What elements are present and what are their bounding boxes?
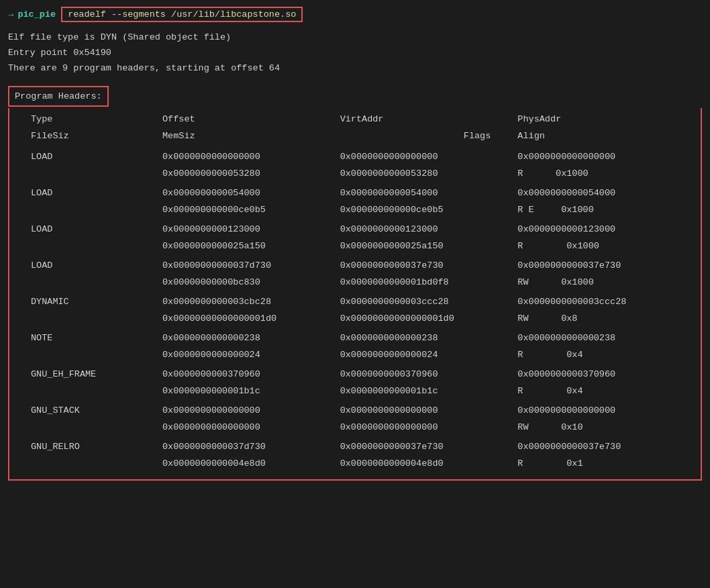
row1-virtaddr: 0x0000000000054000 xyxy=(340,185,518,202)
row3-filesiz: 0x00000000000bc830 xyxy=(162,275,340,291)
info-line-1: Elf file type is DYN (Shared object file… xyxy=(8,30,702,46)
row3-flags-align: RW 0x1000 xyxy=(517,275,695,291)
table-row: LOAD 0x00000000000037d730 0x000000000003… xyxy=(15,258,695,291)
row5-flags-align: R 0x4 xyxy=(517,347,695,364)
row1-physaddr: 0x0000000000054000 xyxy=(517,185,695,202)
row8-type: GNU_RELRO xyxy=(15,439,162,456)
row1-flags-align: R E 0x1000 xyxy=(517,202,695,219)
row3-virtaddr: 0x0000000000037e730 xyxy=(340,258,518,275)
row2-type: LOAD xyxy=(15,222,162,238)
row1-memsiz: 0x000000000000ce0b5 xyxy=(340,202,518,219)
col-memsiz-header: MemSiz xyxy=(162,128,340,145)
info-line-2: Entry point 0x54190 xyxy=(8,46,702,61)
prompt-directory: pic_pie xyxy=(17,9,56,19)
row5-virtaddr: 0x0000000000000238 xyxy=(340,330,518,347)
col-align-header: Align xyxy=(517,128,695,145)
row3-memsiz: 0x0000000000001bd0f8 xyxy=(340,275,518,291)
row4-filesiz: 0x00000000000000001d0 xyxy=(162,311,340,328)
row7-physaddr: 0x0000000000000000 xyxy=(517,403,695,420)
col-virtaddr-header: VirtAddr xyxy=(340,111,518,128)
table-row: DYNAMIC 0x0000000000003cbc28 0x000000000… xyxy=(15,294,695,328)
row7-memsiz: 0x0000000000000000 xyxy=(340,420,518,436)
row6-filesiz: 0x0000000000001b1c xyxy=(162,383,340,400)
row3-physaddr: 0x0000000000037e730 xyxy=(517,258,695,275)
row2-offset: 0x0000000000123000 xyxy=(162,222,340,238)
row8-flags-align: R 0x1 xyxy=(517,456,695,473)
row7-virtaddr: 0x0000000000000000 xyxy=(340,403,518,420)
col-flags-header: Flags xyxy=(340,128,518,145)
row6-physaddr: 0x0000000000370960 xyxy=(517,366,695,383)
row0-virtaddr: 0x0000000000000000 xyxy=(340,149,518,166)
row6-type: GNU_EH_FRAME xyxy=(15,366,162,383)
row8-physaddr: 0x0000000000037e730 xyxy=(517,439,695,456)
table-row: GNU_RELRO 0x0000000000037d730 0x00000000… xyxy=(15,439,695,473)
row0-filesiz: 0x0000000000053280 xyxy=(162,166,340,183)
row4-offset: 0x0000000000003cbc28 xyxy=(162,294,340,311)
table-row: LOAD 0x0000000000123000 0x00000000001230… xyxy=(15,222,695,255)
row5-memsiz: 0x0000000000000024 xyxy=(340,347,518,364)
row5-offset: 0x0000000000000238 xyxy=(162,330,340,347)
table-row: NOTE 0x0000000000000238 0x00000000000002… xyxy=(15,330,695,364)
col-physaddr-header: PhysAddr xyxy=(517,111,695,128)
table-row: LOAD 0x0000000000000000 0x00000000000000… xyxy=(15,149,695,183)
program-headers-label: Program Headers: xyxy=(15,91,102,101)
row3-offset: 0x00000000000037d730 xyxy=(162,258,340,275)
col-filesiz-header: FileSiz xyxy=(15,128,162,145)
row7-filesiz: 0x0000000000000000 xyxy=(162,420,340,436)
row8-offset: 0x0000000000037d730 xyxy=(162,439,340,456)
row5-type: NOTE xyxy=(15,330,162,347)
row8-memsiz: 0x0000000000004e8d0 xyxy=(340,456,518,473)
row0-offset: 0x0000000000000000 xyxy=(162,149,340,166)
row4-flags-align: RW 0x8 xyxy=(517,311,695,328)
row2-memsiz: 0x0000000000025a150 xyxy=(340,238,518,255)
row4-physaddr: 0x0000000000003ccc28 xyxy=(517,294,695,311)
row2-physaddr: 0x0000000000123000 xyxy=(517,222,695,238)
row8-virtaddr: 0x0000000000037e730 xyxy=(340,439,518,456)
row3-type: LOAD xyxy=(15,258,162,275)
program-headers-label-box: Program Headers: xyxy=(8,86,109,107)
row6-virtaddr: 0x0000000000370960 xyxy=(340,366,518,383)
prompt-arrow: → xyxy=(8,9,13,20)
info-section: Elf file type is DYN (Shared object file… xyxy=(8,30,702,77)
row6-offset: 0x0000000000370960 xyxy=(162,366,340,383)
row2-flags-align: R 0x1000 xyxy=(517,238,695,255)
row0-physaddr: 0x0000000000000000 xyxy=(517,149,695,166)
info-line-3: There are 9 program headers, starting at… xyxy=(8,61,702,77)
row4-type: DYNAMIC xyxy=(15,294,162,311)
row6-memsiz: 0x0000000000001b1c xyxy=(340,383,518,400)
program-headers-table: Type Offset VirtAddr PhysAddr FileSiz Me… xyxy=(8,108,702,481)
row4-virtaddr: 0x0000000000003ccc28 xyxy=(340,294,518,311)
row1-offset: 0x0000000000054000 xyxy=(162,185,340,202)
row1-type: LOAD xyxy=(15,185,162,202)
col-offset-header: Offset xyxy=(162,111,340,128)
row0-type: LOAD xyxy=(15,149,162,166)
table-row: GNU_EH_FRAME 0x0000000000370960 0x000000… xyxy=(15,366,695,400)
row1-filesiz: 0x000000000000ce0b5 xyxy=(162,202,340,219)
prompt-line: → pic_pie readelf --segments /usr/lib/li… xyxy=(8,7,702,22)
row8-filesiz: 0x0000000000004e8d0 xyxy=(162,456,340,473)
row7-offset: 0x0000000000000000 xyxy=(162,403,340,420)
terminal: → pic_pie readelf --segments /usr/lib/li… xyxy=(8,7,702,588)
row6-flags-align: R 0x4 xyxy=(517,383,695,400)
table-row: GNU_STACK 0x0000000000000000 0x000000000… xyxy=(15,403,695,436)
table-row: LOAD 0x0000000000054000 0x00000000000540… xyxy=(15,185,695,219)
col-header-row2: FileSiz MemSiz Flags Align xyxy=(15,128,695,145)
row2-filesiz: 0x0000000000025a150 xyxy=(162,238,340,255)
row2-virtaddr: 0x0000000000123000 xyxy=(340,222,518,238)
row5-filesiz: 0x0000000000000024 xyxy=(162,347,340,364)
row0-memsiz: 0x0000000000053280 xyxy=(340,166,518,183)
col-type-header: Type xyxy=(15,111,162,128)
command-text[interactable]: readelf --segments /usr/lib/libcapstone.… xyxy=(61,7,303,22)
col-header-row1: Type Offset VirtAddr PhysAddr xyxy=(15,111,695,128)
row5-physaddr: 0x0000000000000238 xyxy=(517,330,695,347)
row0-flags-align: R 0x1000 xyxy=(517,166,695,183)
row4-memsiz: 0x00000000000000001d0 xyxy=(340,311,518,328)
row7-flags-align: RW 0x10 xyxy=(517,420,695,436)
row7-type: GNU_STACK xyxy=(15,403,162,420)
